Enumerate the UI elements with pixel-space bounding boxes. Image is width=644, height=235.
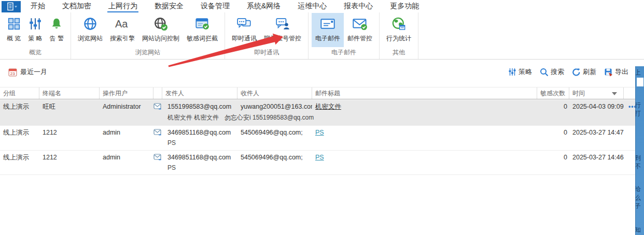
mail-send-icon xyxy=(153,103,162,111)
cell-terminal: 旺旺 xyxy=(39,102,100,111)
cell-user: Administrator xyxy=(100,103,153,110)
cell-terminal: 1212 xyxy=(39,154,100,161)
search-action-label: 搜索 xyxy=(551,67,564,77)
edge-text-fragment: 不 xyxy=(635,163,641,170)
column-header-group[interactable]: 分组 xyxy=(0,87,39,99)
app-window: 开始 文档加密 上网行为 数据安全 设备管理 系统&网络 运维中心 报表中心 更… xyxy=(0,0,644,235)
im-button-label: 即时通讯 xyxy=(232,34,257,43)
refresh-action-button[interactable]: 刷新 xyxy=(572,67,596,77)
edge-text-fragment: 知 xyxy=(635,226,641,233)
tab-doc-encryption[interactable]: 文档加密 xyxy=(61,0,92,12)
export-action-label: 导出 xyxy=(615,67,628,77)
ribbon-group-email: 电子邮件 邮件管控 电子邮件 xyxy=(309,12,380,59)
tab-ops-center[interactable]: 运维中心 xyxy=(297,0,328,12)
behavior-stats-button-label: 行为统计 xyxy=(386,34,411,43)
cell-recipient: 545069496@qq.com; xyxy=(237,129,312,136)
calendar-icon: 23 xyxy=(8,68,17,77)
menu-tabs: 开始 文档加密 上网行为 数据安全 设备管理 系统&网络 运维中心 报表中心 更… xyxy=(30,0,420,12)
email-subject-link[interactable]: 机密文件 xyxy=(315,103,341,110)
policy-action-button[interactable]: 策略 xyxy=(508,67,532,77)
ribbon-group-overview: 概 览 策 略 xyxy=(0,12,71,59)
cell-sender-nickname: 勿忘心安i 1551998583@qq.com xyxy=(225,113,314,122)
browse-website-button-label: 浏览网站 xyxy=(78,34,103,43)
edge-text-fragment: 子 xyxy=(635,202,641,210)
svg-text:23: 23 xyxy=(10,71,15,76)
grid-icon xyxy=(7,15,21,33)
export-action-button[interactable]: 导出 xyxy=(604,67,628,77)
tab-start[interactable]: 开始 xyxy=(30,0,46,12)
tab-internet-behavior[interactable]: 上网行为 xyxy=(107,0,138,12)
column-header-time-label: 时间 xyxy=(572,90,585,97)
cell-time: 2025-03-27 14:46:29 xyxy=(569,154,624,161)
column-header-time[interactable]: 时间 xyxy=(569,87,624,99)
table-header: 分组 终端名 操作用户 发件人 收件人 邮件标题 敏感次数 时间 xyxy=(0,87,644,99)
tab-more-functions[interactable]: 更多功能 xyxy=(389,0,420,12)
cell-recipient: 545069496@qq.com; xyxy=(237,154,312,161)
chat-account-control-button[interactable]: 聊天账号管控 xyxy=(260,13,305,47)
column-header-icon xyxy=(153,87,162,99)
policy-button[interactable]: 策 略 xyxy=(24,13,46,47)
group-caption-overview: 概览 xyxy=(1,47,69,58)
ribbon-group-browse: 浏览网站 Aa 搜索引擎 xyxy=(71,12,225,59)
email-control-button[interactable]: 邮件管控 xyxy=(344,13,376,47)
table-row[interactable]: 线上演示 1212 admin 3469851168@qq.com 545069… xyxy=(0,126,644,151)
cell-group: 线上演示 xyxy=(0,128,39,137)
email-icon xyxy=(320,15,335,33)
tab-report-center[interactable]: 报表中心 xyxy=(343,0,374,12)
table-body: 线上演示 旺旺 Administrator 1551998583@qq.com … xyxy=(0,100,644,175)
toolbar-actions: 策略 搜索 刷新 xyxy=(508,67,628,77)
column-header-user[interactable]: 操作用户 xyxy=(100,87,153,99)
cell-attachments: PS xyxy=(167,139,176,146)
cell-attachments: 机密文件 机密文件 xyxy=(167,113,219,122)
overview-button[interactable]: 概 览 xyxy=(3,13,24,47)
search-action-button[interactable]: 搜索 xyxy=(540,67,564,77)
sort-caret-icon[interactable] xyxy=(612,92,617,95)
cell-terminal: 1212 xyxy=(39,129,100,136)
website-access-control-button[interactable]: 网站访问控制 xyxy=(138,13,183,47)
behavior-stats-button[interactable]: 行为统计 xyxy=(383,13,415,47)
search-engine-button-label: 搜索引擎 xyxy=(110,34,135,43)
cell-recipient: yuwang200051@163.com; xyxy=(237,103,312,110)
date-filter[interactable]: 23 最近一月 xyxy=(8,67,47,77)
column-header-terminal[interactable]: 终端名 xyxy=(39,87,100,99)
email-button[interactable]: 电子邮件 xyxy=(312,13,344,47)
cell-sensitive-count: 0 xyxy=(537,103,569,110)
tab-data-security[interactable]: 数据安全 xyxy=(153,0,185,12)
cell-attachments: PS xyxy=(167,164,176,171)
alert-button[interactable]: 告 警 xyxy=(46,13,67,47)
sensitive-word-block-button[interactable]: 敏感词拦截 xyxy=(183,13,221,47)
policy-action-label: 策略 xyxy=(519,67,532,77)
sliders-small-icon xyxy=(508,68,516,76)
mail-send-icon xyxy=(153,154,162,161)
edge-white-box xyxy=(637,78,643,86)
table-row[interactable]: 线上演示 旺旺 Administrator 1551998583@qq.com … xyxy=(0,100,644,126)
search-engine-button[interactable]: Aa 搜索引擎 xyxy=(106,13,138,47)
cell-sensitive-count: 0 xyxy=(537,154,569,161)
chat-bubbles-icon xyxy=(236,15,252,33)
globe-icon xyxy=(83,15,97,33)
tab-device-management[interactable]: 设备管理 xyxy=(200,0,231,12)
email-control-button-label: 邮件管控 xyxy=(347,34,372,43)
edge-text-fragment: 行 xyxy=(635,101,641,109)
policy-button-label: 策 略 xyxy=(28,34,42,43)
table-row[interactable]: 线上演示 1212 admin 3469851168@qq.com 545069… xyxy=(0,151,644,175)
column-header-subject[interactable]: 邮件标题 xyxy=(312,87,537,99)
menubar: 开始 文档加密 上网行为 数据安全 设备管理 系统&网络 运维中心 报表中心 更… xyxy=(0,0,644,12)
edge-text-fragment: 到 xyxy=(635,154,641,161)
export-icon xyxy=(604,68,613,77)
browse-website-button[interactable]: 浏览网站 xyxy=(74,13,106,47)
column-header-sender[interactable]: 发件人 xyxy=(162,87,237,99)
im-button[interactable]: 即时通讯 xyxy=(228,13,260,47)
mail-send-icon xyxy=(153,129,162,137)
cell-sensitive-count: 0 xyxy=(537,129,569,136)
cell-time: 2025-04-03 09:09:22 xyxy=(569,103,624,110)
ribbon: 概 览 策 略 xyxy=(0,12,644,60)
app-menu-button[interactable] xyxy=(2,1,21,12)
email-subject-link[interactable]: PS xyxy=(315,154,324,161)
tab-system-network[interactable]: 系统&网络 xyxy=(246,0,282,12)
sliders-icon xyxy=(29,15,42,33)
sensitive-word-block-button-label: 敏感词拦截 xyxy=(187,34,218,43)
column-header-sensitive-count[interactable]: 敏感次数 xyxy=(537,87,569,99)
email-subject-link[interactable]: PS xyxy=(315,129,324,136)
column-header-recipient[interactable]: 收件人 xyxy=(237,87,312,99)
